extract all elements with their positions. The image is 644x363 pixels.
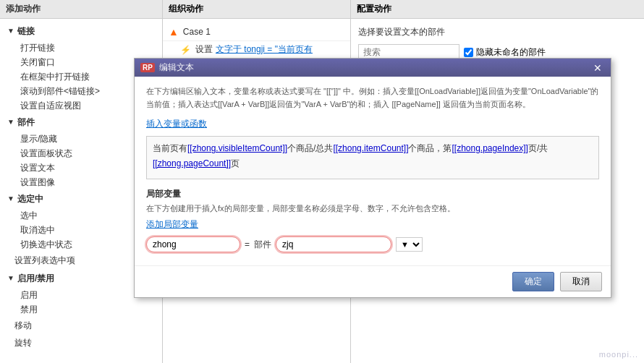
arrow-link-icon: ▼ (7, 24, 14, 38)
var-equals: = (245, 239, 250, 249)
group-widget-label: 部件 (17, 115, 35, 129)
action-text-link[interactable]: 文字于 tongji = "当前页有 (216, 43, 313, 56)
config-label: 选择要设置文本的部件 (358, 26, 637, 38)
var-value-input[interactable] (276, 236, 391, 252)
watermark: moonpi... (599, 350, 638, 359)
middle-panel-header: 组织动作 (163, 0, 350, 19)
dialog-title-text: 编辑文本 (159, 61, 194, 74)
group-select-label: 选定中 (17, 192, 43, 206)
case-icon: ▲ (169, 26, 179, 38)
tree-item-disable[interactable]: 禁用 (0, 302, 162, 317)
dialog-titlebar: RP 编辑文本 ✕ (135, 59, 611, 77)
tree-item-move[interactable]: 移动 (0, 317, 162, 334)
case-action[interactable]: ⚡ 设置 文字于 tongji = "当前页有 (163, 41, 350, 58)
text-between-1: 个商品/总共 (287, 143, 333, 153)
confirm-button[interactable]: 确定 (512, 272, 554, 291)
group-enable-label: 启用/禁用 (17, 271, 54, 286)
hide-unnamed-label: 隐藏未命名的部件 (476, 46, 546, 59)
dialog-close-button[interactable]: ✕ (590, 62, 605, 74)
case-item[interactable]: ▲ Case 1 (163, 23, 350, 41)
var-page-index: [[zhong.pageIndex]] (452, 143, 528, 153)
var-name-input[interactable] (146, 236, 240, 252)
text-between-2: 个商品，第 (408, 143, 452, 153)
cancel-button[interactable]: 取消 (560, 272, 602, 291)
arrow-widget-icon: ▼ (7, 115, 14, 129)
arrow-select-icon: ▼ (7, 192, 14, 206)
dialog-title-left: RP 编辑文本 (140, 61, 194, 74)
hide-unnamed-checkbox[interactable] (464, 48, 473, 57)
text-page-suffix: 页 (231, 158, 240, 168)
action-lightning-icon: ⚡ (180, 45, 191, 55)
dialog-footer: 确定 取消 (135, 265, 611, 297)
var-dropdown[interactable]: ▼ (396, 237, 423, 252)
variable-row-1: = 部件 ▼ (146, 236, 599, 252)
insert-variable-link[interactable]: 插入变量或函数 (146, 119, 207, 129)
tree-item-open-link[interactable]: 打开链接 (0, 40, 162, 55)
config-checkbox-row: 隐藏未命名的部件 (464, 46, 546, 59)
section-vars-title: 局部变量 (146, 188, 599, 200)
var-item-count: [[zhong.itemCount]] (333, 143, 408, 153)
tree-item-rotate[interactable]: 旋转 (0, 334, 162, 351)
add-variable-link[interactable]: 添加局部变量 (146, 219, 198, 229)
tree-group-link[interactable]: ▼ 链接 (0, 22, 162, 40)
dialog-content: 在下方编辑区输入文本，变量名称或表达式要写在 "[["]]" 中。例如：插入变量… (135, 77, 611, 265)
main-text-area[interactable]: 当前页有[[zhong.visibleItemCount]]个商品/总共[[zh… (146, 136, 599, 179)
variables-area: 局部变量 在下方创建用于插入fx的局部变量，局部变量名称必须是字母、数字，不允许… (146, 188, 599, 252)
text-between-3: 页/共 (528, 143, 548, 153)
arrow-enable-icon: ▼ (7, 271, 14, 286)
text-before-var1: 当前页有 (153, 143, 187, 153)
left-panel-header: 添加动作 (0, 0, 162, 19)
dialog-description: 在下方编辑区输入文本，变量名称或表达式要写在 "[["]]" 中。例如：插入变量… (146, 85, 599, 111)
right-panel-header: 配置动作 (351, 0, 644, 19)
rp-badge: RP (140, 63, 155, 72)
var-visible-count: [[zhong.visibleItemCount]] (187, 143, 287, 153)
action-label: 设置 (195, 43, 213, 56)
dialog-overlay: RP 编辑文本 ✕ 在下方编辑区输入文本，变量名称或表达式要写在 "[["]]"… (134, 58, 611, 298)
section-vars-desc: 在下方创建用于插入fx的局部变量，局部变量名称必须是字母、数字，不允许包含空格。 (146, 203, 599, 214)
var-type-label: 部件 (254, 239, 271, 251)
var-page-count: [[zhong.pageCount]] (153, 158, 231, 168)
group-link-label: 链接 (17, 24, 35, 38)
case-label: Case 1 (183, 27, 211, 37)
